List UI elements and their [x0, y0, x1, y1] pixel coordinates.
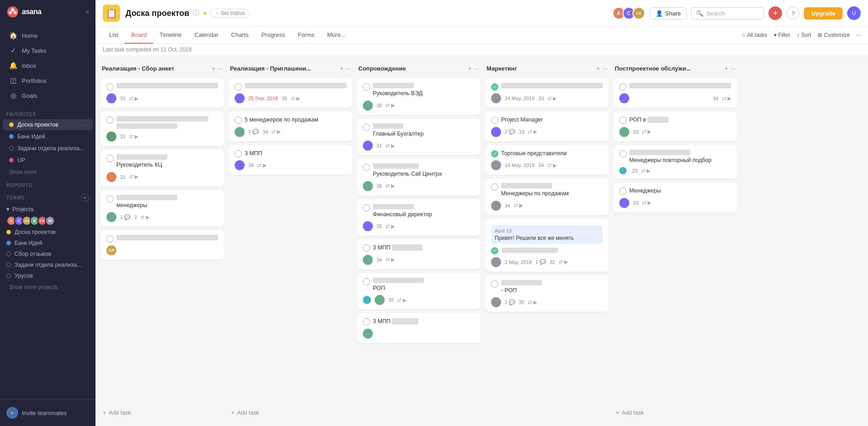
search-box[interactable]: 🔍 Search — [691, 7, 764, 20]
card-c19[interactable]: Менеджеры по продажам 34 ⇄ ▶ — [486, 178, 608, 215]
user-avatar-top[interactable]: U — [847, 6, 861, 20]
add-team-button[interactable]: + — [81, 193, 89, 202]
sidebar-collapse-icon[interactable]: ≡ — [85, 8, 89, 15]
share-button[interactable]: 👤 Share — [650, 7, 687, 20]
card-check[interactable] — [106, 235, 114, 243]
sidebar-item-goals[interactable]: ◎ Goals — [3, 88, 93, 103]
card-c1[interactable]: 31 ⇄ ▶ — [101, 78, 224, 108]
card-c6[interactable]: 25 Sep, 2018 36 ⇄ ▶ — [229, 78, 352, 108]
sidebar-item-home[interactable]: 🏠 Home — [3, 28, 93, 43]
card-c15[interactable]: 3 МПП ██ — [357, 313, 480, 343]
add-task-button-col1[interactable]: + Add task — [101, 406, 224, 420]
card-check[interactable] — [619, 117, 627, 124]
add-column-icon[interactable]: + — [340, 65, 344, 72]
sidebar-item-portfolios[interactable]: ◫ Portfolios — [3, 73, 93, 88]
sidebar-project-zadachi[interactable]: Задачи отдела реализа... — [0, 260, 95, 270]
filter-button[interactable]: ▾ Filter — [774, 32, 791, 38]
sidebar-item-inbox[interactable]: 🔔 Inbox — [3, 58, 93, 73]
add-column-icon[interactable]: + — [597, 65, 600, 72]
card-c13[interactable]: 3 МПП ███ 34 ⇄ ▶ — [357, 239, 480, 269]
sort-button[interactable]: ↕ Sort — [797, 32, 811, 38]
asana-logo[interactable]: asana — [6, 5, 41, 18]
card-check[interactable] — [106, 195, 114, 203]
card-c18[interactable]: ✓ Торговые представители 14 May, 2018 34… — [486, 145, 608, 175]
help-button[interactable]: ? — [787, 7, 799, 20]
card-check[interactable] — [619, 188, 627, 195]
team-projects-header[interactable]: ▾ Projects — [0, 203, 95, 215]
tab-forms[interactable]: Forms — [291, 27, 321, 44]
card-c17[interactable]: Project Manager 2 💬 33 ⇄ ▶ — [486, 112, 608, 142]
sidebar-project-doska[interactable]: Доска проектов — [0, 227, 95, 237]
tab-progress[interactable]: Progress — [255, 27, 291, 44]
card-check[interactable] — [235, 150, 242, 157]
card-c22[interactable]: 34 ⇄ ▶ — [614, 78, 737, 108]
card-check[interactable] — [106, 83, 114, 91]
card-c24[interactable]: Менеджеры повторный подбор 29 ⇄ ▶ — [614, 145, 737, 179]
tab-timeline[interactable]: Timeline — [153, 27, 188, 44]
card-check-done[interactable]: ✓ — [491, 150, 498, 157]
card-check[interactable] — [363, 204, 370, 212]
card-c8[interactable]: 3 МПП 34 ⇄ ▶ — [229, 145, 352, 175]
show-more-projects-button[interactable]: Show more projects — [3, 282, 93, 292]
sidebar-favorite-bank[interactable]: Банк Идей — [3, 131, 93, 142]
tab-list[interactable]: List — [103, 27, 125, 44]
card-c21[interactable]: - РОП 1 💬 35 ⇄ ▶ — [486, 275, 608, 312]
more-column-icon[interactable]: ··· — [346, 65, 351, 72]
invite-teammates-button[interactable]: + Invite teammates — [0, 403, 95, 422]
customize-button[interactable]: ⊞ Customize — [818, 32, 850, 38]
card-c3[interactable]: Руководитель КЦ 31 ⇄ ▶ — [101, 150, 224, 187]
card-c2[interactable]: 31 ⇄ ▶ — [101, 112, 224, 146]
card-c12[interactable]: Финансовый директор 35 ⇄ ▶ — [357, 199, 480, 236]
card-c10[interactable]: Главный Бухгалтер 31 ⇄ ▶ — [357, 119, 480, 156]
card-check[interactable] — [491, 117, 498, 124]
card-check[interactable] — [491, 280, 498, 288]
add-task-button-col2[interactable]: + Add task — [229, 406, 352, 420]
sidebar-favorite-up[interactable]: UP — [3, 155, 93, 166]
sidebar-project-sbor[interactable]: Сбор отзывов — [0, 249, 95, 259]
card-check[interactable] — [619, 83, 627, 91]
card-check[interactable] — [363, 124, 370, 131]
star-icon[interactable]: ★ — [202, 10, 208, 17]
card-check[interactable] — [363, 318, 370, 325]
more-column-icon[interactable]: ··· — [602, 65, 607, 72]
card-c25[interactable]: Менеджеры 33 ⇄ ▶ — [614, 183, 737, 213]
card-c5[interactable]: СЛ — [101, 230, 224, 260]
card-c4[interactable]: менеджеры 1 💬 2 ⇄ ▶ — [101, 190, 224, 227]
more-icon[interactable]: ··· — [82, 122, 86, 127]
card-check[interactable] — [106, 155, 114, 162]
card-check[interactable] — [235, 117, 242, 124]
card-c7[interactable]: 5 менеджеров по продажам 1 💬 34 ⇄ ▶ — [229, 112, 352, 142]
sidebar-project-urusov[interactable]: Урусов — [0, 271, 95, 281]
info-icon[interactable]: ⓘ — [193, 9, 199, 17]
more-column-icon[interactable]: ··· — [731, 65, 736, 72]
more-options-button[interactable]: ··· — [856, 32, 861, 38]
tab-more[interactable]: More... — [321, 27, 352, 44]
card-check[interactable] — [363, 164, 370, 171]
tab-calendar[interactable]: Calendar — [188, 27, 225, 44]
add-column-icon[interactable]: + — [725, 65, 728, 72]
card-check[interactable] — [235, 83, 242, 91]
card-c23[interactable]: РОП в ██ 33 ⇄ ▶ — [614, 112, 737, 142]
sidebar-favorite-doska[interactable]: Доска проектов ··· — [3, 119, 93, 130]
card-c9[interactable]: Руководитель ВЭД 36 ⇄ ▶ — [357, 78, 480, 115]
card-check-done[interactable]: ✓ — [491, 247, 498, 254]
card-c11[interactable]: Руководитель Call Центра 36 ⇄ ▶ — [357, 159, 480, 196]
more-column-icon[interactable]: ··· — [218, 65, 223, 72]
add-button[interactable]: + — [768, 6, 782, 20]
card-check[interactable] — [363, 278, 370, 285]
add-column-icon[interactable]: + — [212, 65, 216, 72]
more-column-icon[interactable]: ··· — [474, 65, 479, 72]
card-c14[interactable]: РОП 35 ⇄ ▶ — [357, 273, 480, 310]
card-check-done[interactable]: ✓ — [491, 83, 498, 91]
card-check[interactable] — [106, 117, 114, 124]
card-c16[interactable]: ✓ 24 May, 2018 33 ⇄ ▶ — [486, 78, 608, 108]
sidebar-item-my-tasks[interactable]: ✓ My Tasks — [3, 43, 93, 58]
sidebar-project-bank[interactable]: Банк Идей — [0, 238, 95, 248]
upgrade-button[interactable]: Upgrade — [804, 7, 843, 20]
add-task-button-col5[interactable]: + Add task — [614, 406, 737, 420]
all-tasks-button[interactable]: ○ All tasks — [742, 32, 768, 38]
card-check[interactable] — [363, 244, 370, 252]
card-check[interactable] — [363, 83, 370, 91]
card-check[interactable] — [619, 150, 627, 157]
set-status-button[interactable]: ○ Set status — [211, 9, 250, 18]
